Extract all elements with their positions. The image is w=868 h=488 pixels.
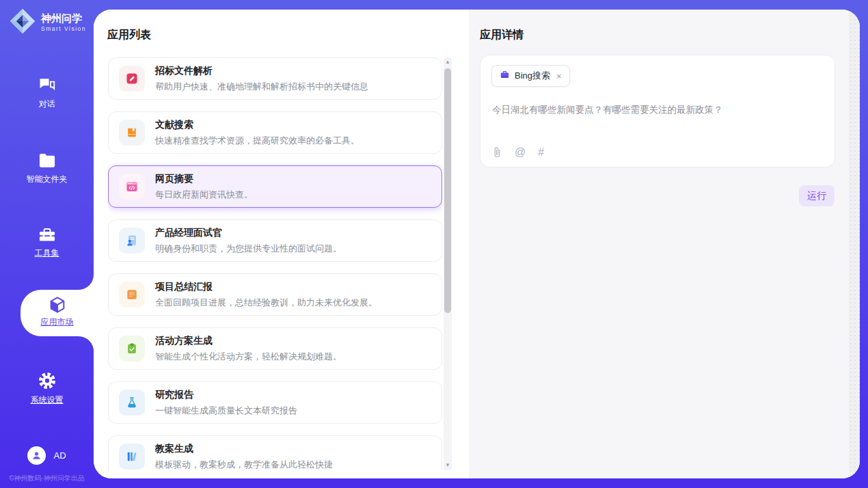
clipboard-check-icon — [119, 336, 145, 362]
hash-icon[interactable]: # — [538, 147, 544, 158]
copyright-text: ©神州数码·神州问学出品 — [0, 474, 94, 483]
app-card-desc: 全面回顾项目进展，总结经验教训，助力未来优化发展。 — [155, 297, 377, 309]
books-icon — [119, 444, 145, 470]
app-card-title: 招标文件解析 — [155, 65, 368, 77]
sidebar-item-toolset[interactable]: 工具集 — [0, 226, 94, 259]
user-account[interactable]: AD — [0, 446, 94, 465]
app-card-desc: 快速精准查找学术资源，提高研究效率的必备工具。 — [155, 135, 360, 147]
active-tab-curve-top — [79, 275, 94, 290]
app-card-research-report[interactable]: 研究报告 一键智能生成高质量长文本研究报告 — [108, 381, 442, 424]
prompt-card: Bing搜索 × 今日湖北有哪些新闻要点？有哪些需要关注的最新政策？ @ # — [480, 55, 835, 167]
brand-name: 神州问学 — [41, 13, 86, 25]
active-tab-curve-bottom — [79, 336, 94, 351]
app-card-desc: 智能生成个性化活动方案，轻松解决规划难题。 — [155, 351, 342, 363]
main-panel: 应用列表 招标文件解析 帮助用户快速、准确地理解和解析招标书中的关键信息 — [94, 10, 860, 478]
app-card-project-summary[interactable]: 项目总结汇报 全面回顾项目进展，总结经验教训，助力未来优化发展。 — [108, 273, 442, 316]
app-card-desc: 模板驱动，教案秒成，教学准备从此轻松快捷 — [155, 459, 333, 471]
brand-tagline: Smart Vision — [41, 25, 86, 32]
scroll-down-arrow-icon[interactable]: ▼ — [444, 461, 452, 470]
app-card-title: 活动方案生成 — [155, 335, 342, 347]
app-card-title: 教案生成 — [155, 443, 333, 455]
app-card-list: 招标文件解析 帮助用户快速、准确地理解和解析招标书中的关键信息 文献搜索 快速精… — [108, 57, 442, 470]
app-list-title: 应用列表 — [107, 28, 151, 42]
detail-pane-gutter — [849, 10, 860, 478]
app-card-literature-search[interactable]: 文献搜索 快速精准查找学术资源，提高研究效率的必备工具。 — [108, 111, 442, 154]
sidebar-item-app-market[interactable]: 应用市场 — [21, 290, 94, 336]
app-card-event-plan[interactable]: 活动方案生成 智能生成个性化活动方案，轻松解决规划难题。 — [108, 327, 442, 370]
note-icon — [119, 282, 145, 308]
app-detail-title: 应用详情 — [480, 28, 524, 42]
composer-toolbar: @ # — [492, 146, 544, 158]
app-list-pane: 应用列表 招标文件解析 帮助用户快速、准确地理解和解析招标书中的关键信息 — [94, 10, 469, 478]
app-card-desc: 每日政府新闻资讯快查。 — [155, 189, 253, 201]
app-detail-pane: 应用详情 Bing搜索 × 今日湖北有哪些新闻要点？有哪些需要关注的最新政策？ — [469, 10, 860, 478]
app-card-title: 文献搜索 — [155, 119, 360, 131]
sidebar-item-label: 智能文件夹 — [0, 174, 94, 185]
sidebar-item-label: 工具集 — [0, 247, 94, 259]
app-card-title: 产品经理面试官 — [155, 227, 342, 239]
app-card-title: 项目总结汇报 — [155, 281, 377, 293]
gear-icon — [0, 371, 94, 390]
person-icon — [31, 450, 42, 461]
interviewer-icon — [119, 228, 145, 254]
prompt-input[interactable]: 今日湖北有哪些新闻要点？有哪些需要关注的最新政策？ — [492, 103, 821, 117]
close-icon[interactable]: × — [556, 71, 562, 81]
diamond-logo-icon — [9, 8, 36, 38]
avatar — [27, 446, 46, 465]
sidebar-item-label: 对话 — [0, 98, 94, 110]
sidebar-item-settings[interactable]: 系统设置 — [0, 371, 94, 406]
tool-tag-label: Bing搜索 — [515, 70, 550, 82]
app-card-lesson-plan[interactable]: 教案生成 模板驱动，教案秒成，教学准备从此轻松快捷 — [108, 435, 442, 470]
app-list-scrollbar: ▲ ▼ — [444, 57, 452, 470]
sidebar-item-chat[interactable]: 对话 — [0, 75, 94, 110]
scroll-up-arrow-icon[interactable]: ▲ — [444, 58, 452, 66]
folder-icon — [0, 152, 94, 170]
scrollbar-thumb[interactable] — [444, 68, 451, 313]
toolbox-icon — [0, 226, 94, 243]
at-icon[interactable]: @ — [515, 147, 526, 158]
sidebar-item-label: 系统设置 — [0, 394, 94, 406]
user-initials: AD — [53, 450, 66, 461]
flask-icon — [119, 390, 145, 416]
paperclip-icon[interactable] — [492, 146, 502, 158]
app-card-web-summary[interactable]: 网页摘要 每日政府新闻资讯快查。 — [108, 165, 442, 208]
browser-code-icon — [119, 174, 145, 200]
sidebar-item-label: 应用市场 — [21, 316, 94, 328]
app-card-desc: 明确身份和职责，为您提供专业性的面试问题。 — [155, 243, 342, 255]
app-card-desc: 帮助用户快速、准确地理解和解析招标书中的关键信息 — [155, 81, 368, 93]
run-button[interactable]: 运行 — [799, 185, 835, 206]
cube-icon — [21, 295, 94, 314]
tool-tag-bing-search[interactable]: Bing搜索 × — [491, 65, 570, 87]
app-card-desc: 一键智能生成高质量长文本研究报告 — [155, 405, 297, 417]
briefcase-icon — [500, 70, 510, 82]
app-card-tender-parse[interactable]: 招标文件解析 帮助用户快速、准确地理解和解析招标书中的关键信息 — [108, 57, 442, 100]
pen-square-icon — [119, 66, 145, 92]
book-icon — [119, 120, 145, 146]
app-card-pm-interviewer[interactable]: 产品经理面试官 明确身份和职责，为您提供专业性的面试问题。 — [108, 219, 442, 262]
sidebar-item-smart-folders[interactable]: 智能文件夹 — [0, 152, 94, 185]
app-logo: 神州问学 Smart Vision — [9, 8, 86, 38]
sidebar: 神州问学 Smart Vision 对话 智能文件夹 — [0, 0, 94, 488]
app-card-title: 研究报告 — [155, 389, 297, 401]
app-card-title: 网页摘要 — [155, 173, 253, 185]
chat-icon — [0, 75, 94, 94]
